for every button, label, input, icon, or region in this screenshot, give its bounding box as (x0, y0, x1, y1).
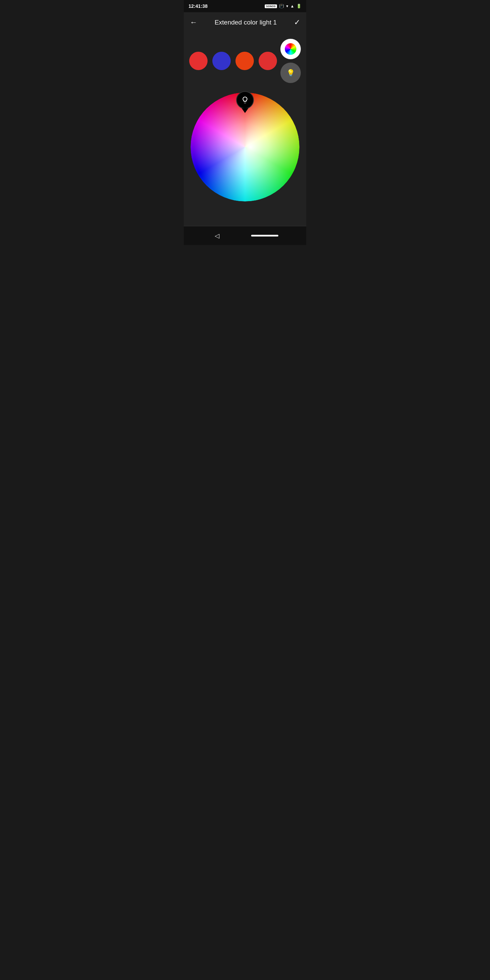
header: ← Extended color light 1 ✓ (184, 12, 306, 33)
white-mode-button[interactable]: 💡 (280, 63, 301, 83)
bulb-pin-icon (241, 96, 249, 104)
color-preset-3[interactable] (235, 52, 254, 70)
status-time: 12:41:38 (189, 3, 208, 9)
bottom-nav: ◁ (184, 226, 306, 245)
color-presets (189, 52, 277, 70)
color-picker-pin[interactable] (236, 91, 254, 113)
color-preset-4[interactable] (259, 52, 277, 70)
pin-circle (236, 91, 254, 109)
color-wheel-container (189, 89, 301, 202)
color-wheel-wrapper[interactable] (191, 92, 299, 202)
status-bar: 12:41:38 SONOS 📳 ▾ ▲ 🔋 (184, 0, 306, 12)
sonos-logo: SONOS (265, 5, 277, 8)
pin-tail (242, 108, 248, 113)
color-presets-row: 💡 (189, 39, 301, 83)
mode-buttons: 💡 (280, 39, 301, 83)
back-nav-icon: ◁ (215, 232, 220, 239)
vibrate-icon: 📳 (279, 4, 284, 8)
rainbow-icon (285, 43, 296, 55)
back-button[interactable]: ← (190, 18, 197, 27)
color-mode-button[interactable] (280, 39, 301, 59)
color-preset-2[interactable] (212, 52, 231, 70)
battery-icon: 🔋 (296, 4, 301, 8)
color-preset-1[interactable] (189, 52, 208, 70)
home-indicator[interactable] (251, 235, 278, 237)
back-nav-button[interactable]: ◁ (212, 229, 222, 242)
wifi-icon: ▾ (286, 4, 288, 8)
signal-icon: ▲ (290, 4, 294, 8)
white-bulb-icon: 💡 (286, 69, 295, 77)
page-title: Extended color light 1 (197, 19, 294, 26)
status-icons: SONOS 📳 ▾ ▲ 🔋 (265, 4, 301, 8)
confirm-button[interactable]: ✓ (294, 18, 300, 27)
main-content: 💡 (184, 33, 306, 226)
